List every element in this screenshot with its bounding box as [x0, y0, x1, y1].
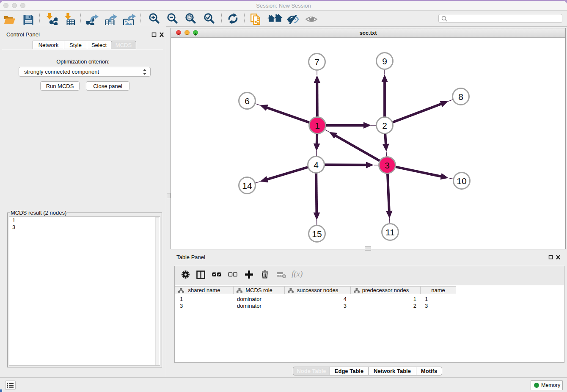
svg-text:7: 7: [314, 57, 319, 67]
svg-text:1: 1: [315, 121, 320, 130]
svg-text:8: 8: [458, 92, 463, 102]
svg-text:2: 2: [382, 121, 387, 130]
svg-text:15: 15: [312, 229, 322, 239]
svg-text:3: 3: [385, 160, 390, 170]
svg-text:10: 10: [457, 176, 466, 186]
svg-text:4: 4: [314, 160, 319, 170]
svg-text:9: 9: [382, 56, 387, 66]
svg-text:6: 6: [245, 96, 250, 106]
svg-text:11: 11: [385, 227, 395, 237]
svg-text:14: 14: [242, 181, 252, 190]
